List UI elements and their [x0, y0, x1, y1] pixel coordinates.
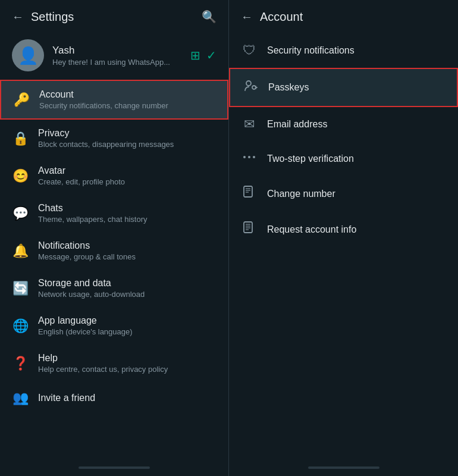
privacy-icon: 🔒: [12, 131, 29, 146]
profile-section[interactable]: 👤 Yash Hey there! I am using WhatsApp...…: [0, 33, 228, 80]
sidebar-item-help[interactable]: ❓ Help Help centre, contact us, privacy …: [0, 345, 228, 382]
chats-item-title: Chats: [38, 203, 217, 214]
language-item-text: App language English (device's language): [38, 315, 217, 336]
right-panel: ← Account 🛡 Security notifications Passk…: [229, 0, 458, 476]
sidebar-item-language[interactable]: 🌐 App language English (device's languag…: [0, 307, 228, 345]
notifications-item-subtitle: Message, group & call tones: [38, 252, 217, 261]
account-back-button[interactable]: ←: [241, 10, 253, 24]
help-item-subtitle: Help centre, contact us, privacy policy: [38, 365, 217, 374]
language-item-title: App language: [38, 315, 217, 326]
storage-item-subtitle: Network usage, auto-download: [38, 290, 217, 299]
help-item-title: Help: [38, 353, 217, 364]
account-item-security-notifications[interactable]: 🛡 Security notifications: [229, 33, 458, 68]
language-item-subtitle: English (device's language): [38, 327, 217, 336]
notifications-icon: 🔔: [12, 243, 29, 259]
two-step-icon: [241, 151, 258, 167]
privacy-item-text: Privacy Block contacts, disappearing mes…: [38, 128, 217, 149]
storage-item-title: Storage and data: [38, 278, 217, 289]
avatar-item-title: Avatar: [38, 165, 217, 176]
left-panel: ← Settings 🔍 👤 Yash Hey there! I am usin…: [0, 0, 229, 476]
chats-item-text: Chats Theme, wallpapers, chat history: [38, 203, 217, 224]
storage-icon: 🔄: [12, 281, 29, 296]
account-title: Account: [260, 10, 303, 24]
profile-name: Yash: [52, 45, 182, 57]
invite-icon: 👥: [12, 390, 29, 406]
sidebar-item-notifications[interactable]: 🔔 Notifications Message, group & call to…: [0, 232, 228, 270]
bottom-indicator-left: [79, 466, 150, 469]
sidebar-item-avatar[interactable]: 😊 Avatar Create, edit, profile photo: [0, 157, 228, 195]
chats-icon: 💬: [12, 206, 29, 221]
account-item-email[interactable]: ✉ Email address: [229, 107, 458, 142]
storage-item-text: Storage and data Network usage, auto-dow…: [38, 278, 217, 299]
account-icon: 🔑: [13, 92, 30, 108]
account-item-subtitle: Security notifications, change number: [39, 101, 215, 110]
search-button[interactable]: 🔍: [202, 10, 217, 24]
passkeys-icon: [242, 79, 259, 96]
svg-rect-11: [244, 222, 252, 233]
avatar-item-text: Avatar Create, edit, profile photo: [38, 165, 217, 186]
account-item-two-step[interactable]: Two-step verification: [229, 142, 458, 176]
invite-item-text: Invite a friend: [38, 393, 217, 403]
change-number-label: Change number: [267, 189, 335, 199]
sidebar-item-account[interactable]: 🔑 Account Security notifications, change…: [0, 80, 228, 120]
notifications-item-title: Notifications: [38, 240, 217, 251]
account-item-change-number[interactable]: Change number: [229, 176, 458, 212]
avatar-item-subtitle: Create, edit, profile photo: [38, 177, 217, 186]
request-info-icon: [241, 221, 258, 238]
security-notifications-label: Security notifications: [267, 45, 355, 56]
privacy-item-title: Privacy: [38, 128, 217, 139]
check-icon[interactable]: ✓: [206, 48, 217, 62]
header-left: ← Settings: [12, 10, 74, 24]
account-item-request-info[interactable]: Request account info: [229, 212, 458, 248]
two-step-label: Two-step verification: [267, 154, 354, 164]
profile-info: Yash Hey there! I am using WhatsApp...: [52, 45, 182, 67]
qr-code-icon[interactable]: ⊞: [190, 48, 200, 62]
svg-point-6: [253, 156, 255, 158]
sidebar-item-invite[interactable]: 👥 Invite a friend: [0, 382, 228, 414]
sidebar-item-storage[interactable]: 🔄 Storage and data Network usage, auto-d…: [0, 270, 228, 307]
svg-point-5: [248, 156, 250, 158]
account-item-title: Account: [39, 89, 215, 100]
notifications-item-text: Notifications Message, group & call tone…: [38, 240, 217, 261]
svg-rect-7: [244, 186, 252, 197]
back-button[interactable]: ←: [12, 10, 24, 24]
request-info-label: Request account info: [267, 224, 356, 235]
avatar: 👤: [12, 39, 44, 71]
language-icon: 🌐: [12, 318, 29, 334]
settings-title: Settings: [31, 10, 74, 24]
account-item-passkeys[interactable]: Passkeys: [229, 68, 458, 107]
chats-item-subtitle: Theme, wallpapers, chat history: [38, 215, 217, 224]
profile-status: Hey there! I am using WhatsApp...: [52, 58, 182, 67]
sidebar-item-chats[interactable]: 💬 Chats Theme, wallpapers, chat history: [0, 195, 228, 232]
svg-point-0: [246, 81, 251, 86]
svg-point-4: [243, 156, 246, 158]
passkeys-label: Passkeys: [268, 82, 309, 93]
account-items-list: 🛡 Security notifications Passkeys ✉ Emai…: [229, 33, 458, 248]
help-icon: ❓: [12, 356, 29, 371]
invite-item-title: Invite a friend: [38, 393, 217, 403]
security-notifications-icon: 🛡: [241, 43, 258, 58]
avatar-icon: 👤: [18, 46, 39, 65]
account-item-text: Account Security notifications, change n…: [39, 89, 215, 110]
email-icon: ✉: [241, 117, 258, 132]
left-header: ← Settings 🔍: [0, 0, 228, 33]
email-label: Email address: [267, 119, 327, 130]
help-item-text: Help Help centre, contact us, privacy po…: [38, 353, 217, 374]
profile-icons: ⊞ ✓: [190, 48, 217, 62]
bottom-indicator-right: [308, 466, 379, 469]
privacy-item-subtitle: Block contacts, disappearing messages: [38, 140, 217, 149]
sidebar-item-privacy[interactable]: 🔒 Privacy Block contacts, disappearing m…: [0, 120, 228, 157]
right-header: ← Account: [229, 0, 458, 33]
avatar-settings-icon: 😊: [12, 168, 29, 184]
change-number-icon: [241, 186, 258, 202]
